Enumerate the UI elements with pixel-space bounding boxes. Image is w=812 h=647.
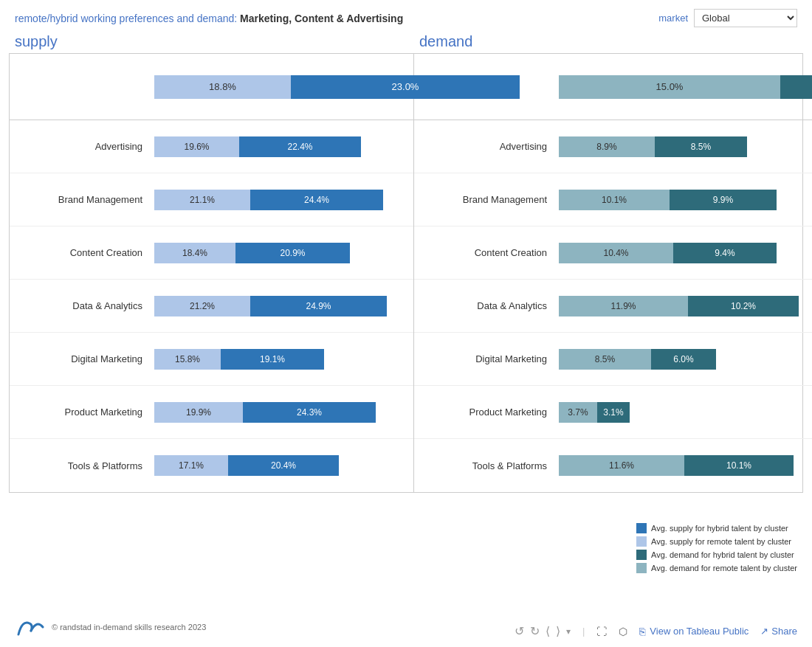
supply-bar-light-6: 17.1% [154,455,228,476]
legend-color-avg-supply-hybrid [636,523,647,533]
supply-bars-3: 21.2% 24.9% [154,296,399,316]
undo-icon[interactable]: ↺ [515,624,524,638]
demand-panel: 15.0% 9.6% Advertising 8.9% 8.5% Brand M… [414,54,812,492]
demand-bar-light-0: 8.9% [559,136,655,157]
supply-bar-light-1: 21.1% [154,190,250,210]
legend-label-avg-supply-remote: Avg. supply for remote talent by cluster [651,537,791,546]
demand-row-4: Digital Marketing 8.5% 6.0% [414,333,812,386]
demand-bar-dark-5: 3.1% [597,402,630,423]
supply-row-6: Tools & Platforms 17.1% 20.4% [10,439,413,492]
supply-category-label-6: Tools & Platforms [24,460,142,471]
supply-row-2: Content Creation 18.4% 20.9% [10,226,413,280]
demand-category-label-0: Advertising [429,141,547,152]
demand-row-5: Product Marketing 3.7% 3.1% [414,386,812,439]
charts-container: 18.8% 23.0% Advertising 19.6% 22.4% Bran… [9,53,803,493]
demand-bars-0: 8.9% 8.5% [559,136,812,157]
demand-bar-dark-3: 10.2% [688,296,799,316]
back-icon[interactable]: ⟨ [546,624,550,638]
supply-bar-dark-0: 22.4% [239,136,361,157]
demand-bars-5: 3.7% 3.1% [559,402,812,423]
supply-rows: Advertising 19.6% 22.4% Brand Management… [10,120,413,492]
supply-row-1: Brand Management 21.1% 24.4% [10,173,413,226]
supply-summary-row: 18.8% 23.0% [10,54,413,120]
demand-rows: Advertising 8.9% 8.5% Brand Management 1… [414,120,812,492]
demand-bars-2: 10.4% 9.4% [559,243,812,263]
section-headers: supply demand [0,33,812,50]
demand-bar-light-3: 11.9% [559,296,688,316]
legend-color-avg-demand-hybrid [636,550,647,560]
demand-category-label-1: Brand Management [429,194,547,205]
supply-category-label-3: Data & Analytics [24,300,142,311]
share-icon: ⎘ [639,626,645,637]
demand-bar-dark-6: 10.1% [684,455,794,476]
supply-bars-2: 18.4% 20.9% [154,243,399,263]
demand-header: demand [413,33,803,50]
supply-row-4: Digital Marketing 15.8% 19.1% [10,333,413,386]
legend-item-avg-supply-remote: Avg. supply for remote talent by cluster [636,536,797,547]
supply-bar-light-3: 21.2% [154,296,250,316]
supply-bars-4: 15.8% 19.1% [154,349,399,370]
supply-bar-dark-3: 24.9% [250,296,387,316]
legend-label-avg-supply-hybrid: Avg. supply for hybrid talent by cluster [651,524,788,533]
forward-icon[interactable]: ⟩ [556,624,560,638]
supply-bar-dark-1: 24.4% [250,190,383,210]
demand-bar-dark-2: 9.4% [673,243,777,263]
demand-summary-bars: 15.0% 9.6% [559,75,812,99]
demand-category-label-4: Digital Marketing [429,353,547,364]
demand-category-label-6: Tools & Platforms [429,460,547,471]
legend-label-avg-demand-hybrid: Avg. demand for hybrid talent by cluster [651,550,794,559]
demand-row-6: Tools & Platforms 11.6% 10.1% [414,439,812,492]
title-prefix: remote/hybrid working preferences and de… [15,13,240,24]
supply-bar-light-5: 19.9% [154,402,243,423]
view-tableau-label: View on Tableau Public [650,626,749,637]
demand-summary-row: 15.0% 9.6% [414,54,812,120]
supply-bar-dark-6: 20.4% [228,455,339,476]
share-button[interactable]: ↗ Share [760,626,797,637]
footer-copyright: © randstad in-demand skills research 202… [52,623,206,632]
supply-bars-6: 17.1% 20.4% [154,455,399,476]
demand-summary-light: 15.0% [559,75,780,99]
header: remote/hybrid working preferences and de… [0,0,812,33]
demand-bar-light-5: 3.7% [559,402,597,423]
demand-bar-dark-0: 8.5% [655,136,747,157]
supply-bars-1: 21.1% 24.4% [154,190,399,210]
supply-bars-5: 19.9% 24.3% [154,402,399,423]
demand-bars-1: 10.1% 9.9% [559,190,812,210]
supply-bar-light-2: 18.4% [154,243,235,263]
supply-header: supply [9,33,413,50]
demand-row-1: Brand Management 10.1% 9.9% [414,173,812,226]
fullscreen-icon[interactable]: ⛶ [596,626,607,637]
supply-bar-dark-5: 24.3% [243,402,376,423]
demand-row-0: Advertising 8.9% 8.5% [414,120,812,173]
supply-panel: 18.8% 23.0% Advertising 19.6% 22.4% Bran… [10,54,414,492]
supply-row-0: Advertising 19.6% 22.4% [10,120,413,173]
demand-bar-light-2: 10.4% [559,243,673,263]
demand-bars-6: 11.6% 10.1% [559,455,812,476]
supply-bars-0: 19.6% 22.4% [154,136,399,157]
view-on-tableau-button[interactable]: ⎘ View on Tableau Public [639,626,749,637]
demand-bar-light-4: 8.5% [559,349,651,370]
market-label: market [658,13,688,24]
supply-category-label-4: Digital Marketing [24,353,142,364]
legend-item-avg-demand-hybrid: Avg. demand for hybrid talent by cluster [636,550,797,560]
supply-row-3: Data & Analytics 21.2% 24.9% [10,280,413,333]
footer-nav: ↺ ↻ ⟨ ⟩ ▾ [515,624,571,638]
demand-category-label-3: Data & Analytics [429,300,547,311]
demand-summary-dark: 9.6% [780,75,812,99]
demand-bars-3: 11.9% 10.2% [559,296,812,316]
download-icon[interactable]: ⬡ [619,626,627,637]
supply-bar-light-4: 15.8% [154,349,221,370]
demand-bar-dark-1: 9.9% [670,190,777,210]
legend-color-avg-supply-remote [636,536,647,547]
footer-logo: © randstad in-demand skills research 202… [15,616,206,638]
demand-bar-light-6: 11.6% [559,455,684,476]
share-icon2: ↗ [760,626,768,637]
market-select[interactable]: Global [694,9,797,27]
nav-dropdown[interactable]: ▾ [566,626,571,637]
supply-bar-dark-2: 20.9% [235,243,350,263]
legend: Avg. supply for hybrid talent by cluster… [636,523,797,573]
demand-row-3: Data & Analytics 11.9% 10.2% [414,280,812,333]
redo-icon[interactable]: ↻ [530,624,540,638]
demand-category-label-5: Product Marketing [429,406,547,418]
supply-bar-dark-4: 19.1% [221,349,324,370]
